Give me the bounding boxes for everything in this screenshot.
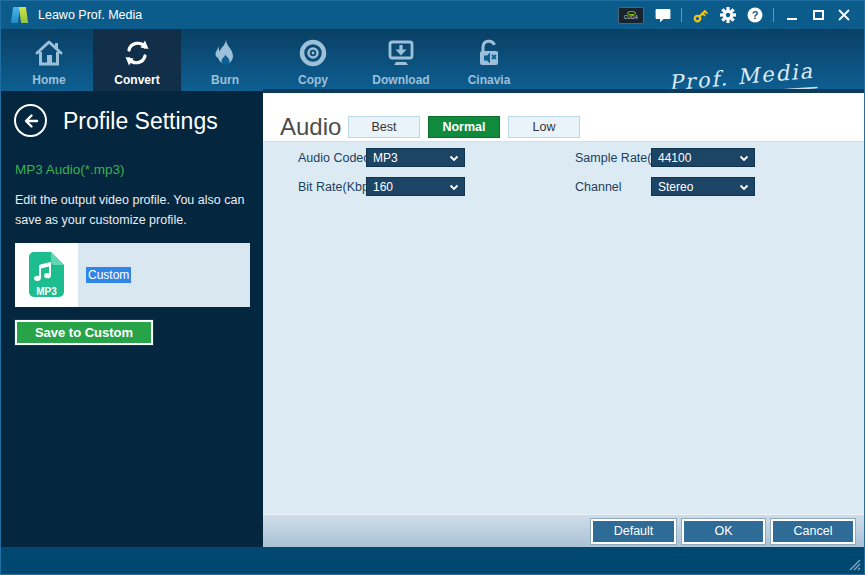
profile-card-name-zone: Custom (78, 243, 250, 307)
nav-tab-copy[interactable]: Copy (269, 29, 357, 91)
bit-rate-select[interactable]: 160 (366, 177, 465, 196)
app-window: Leawo Prof. Media CUDA (0, 0, 865, 575)
chevron-down-icon (739, 155, 749, 162)
close-icon (838, 9, 850, 21)
profile-card-icon-zone: MP3 (15, 243, 78, 307)
quality-normal-button[interactable]: Normal (428, 116, 500, 138)
burn-flame-icon (210, 38, 240, 68)
feedback-bubble-icon[interactable] (654, 7, 671, 24)
audio-settings-panel: Audio Best Normal Low Audio Codec MP3 Sa… (263, 89, 864, 547)
window-title: Leawo Prof. Media (38, 8, 142, 22)
channel-select[interactable]: Stereo (651, 177, 755, 196)
help-icon[interactable]: ? (746, 7, 763, 24)
ok-button[interactable]: OK (682, 519, 765, 544)
copy-disc-icon (298, 38, 328, 68)
channel-label: Channel (575, 180, 622, 194)
minimize-icon (787, 18, 797, 20)
cancel-button[interactable]: Cancel (771, 519, 855, 544)
maximize-button[interactable] (810, 6, 826, 24)
dialog-footer: Default OK Cancel (263, 514, 864, 547)
settings-gear-icon[interactable] (719, 7, 736, 24)
chevron-down-icon (449, 184, 459, 191)
convert-icon (122, 38, 152, 68)
section-title: Audio (280, 113, 341, 141)
register-key-icon[interactable] (692, 7, 709, 24)
current-profile-name: MP3 Audio(*.mp3) (15, 162, 125, 177)
profile-name-input[interactable]: Custom (86, 267, 131, 283)
profile-settings-panel: Profile Settings MP3 Audio(*.mp3) Edit t… (1, 91, 263, 547)
quality-selector: Best Normal Low (348, 116, 580, 138)
chevron-down-icon (449, 155, 459, 162)
panel-title: Profile Settings (63, 108, 218, 135)
audio-codec-label: Audio Codec (298, 151, 370, 165)
app-logo-icon (10, 6, 30, 24)
svg-text:?: ? (751, 9, 758, 21)
back-button[interactable] (14, 104, 47, 137)
quality-best-button[interactable]: Best (348, 116, 420, 138)
audio-header: Audio Best Normal Low (263, 93, 864, 142)
nav-tab-cinavia[interactable]: Cinavia (445, 29, 533, 91)
quality-low-button[interactable]: Low (508, 116, 580, 138)
cinavia-unlock-icon (474, 38, 504, 68)
maximize-icon (813, 10, 824, 20)
svg-text:MP3: MP3 (36, 286, 57, 297)
download-icon (386, 38, 416, 68)
profile-card[interactable]: MP3 Custom (15, 243, 250, 307)
minimize-button[interactable] (784, 6, 800, 24)
nav-tab-burn[interactable]: Burn (181, 29, 269, 91)
close-button[interactable] (836, 6, 852, 24)
resize-grip[interactable] (847, 557, 861, 571)
nav-tab-convert[interactable]: Convert (93, 29, 181, 91)
save-to-custom-button[interactable]: Save to Custom (15, 320, 153, 345)
nav-tab-home[interactable]: Home (5, 29, 93, 91)
audio-codec-select[interactable]: MP3 (366, 148, 465, 167)
back-arrow-icon (22, 112, 40, 130)
sample-rate-select[interactable]: 44100 (651, 148, 755, 167)
mp3-file-icon: MP3 (24, 250, 69, 300)
status-strip (1, 547, 864, 574)
home-icon (34, 38, 64, 68)
cuda-badge[interactable]: CUDA (618, 7, 644, 24)
main-navigation: Home Convert Burn Co (1, 29, 864, 91)
titlebar-separator (681, 8, 682, 22)
nav-tab-download[interactable]: Download (357, 29, 445, 91)
audio-settings-form: Audio Codec MP3 Sample Rate(Hz) 44100 Bi… (263, 142, 864, 514)
titlebar-separator (773, 8, 774, 22)
chevron-down-icon (739, 184, 749, 191)
profile-description: Edit the output video profile. You also … (15, 190, 251, 230)
default-button[interactable]: Default (591, 519, 676, 544)
titlebar: Leawo Prof. Media CUDA (1, 1, 864, 29)
